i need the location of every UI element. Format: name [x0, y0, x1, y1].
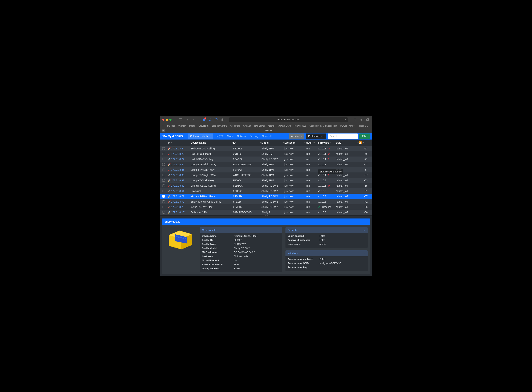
bookmark-item[interactable]: Speedtest by …d Speed Test — [310, 125, 337, 127]
table-row[interactable]: 🚀172.31.8.22Hall RGBW2 Ceiling6EAC72Shel… — [160, 157, 372, 162]
bookmark-item[interactable]: Cloudflare — [231, 125, 240, 127]
th-lastseen[interactable]: LastSeen⇅ — [284, 141, 306, 144]
table-row[interactable]: 🚀172.31.8.34Lounge TV Right 4WayA4CF12F3… — [160, 162, 372, 167]
firmware-update-icon[interactable]: ⟳ — [328, 184, 330, 187]
firmware-update-icon[interactable]: ⟳ — [328, 158, 330, 161]
filter-button[interactable]: Filter — [359, 134, 370, 139]
firmware-update-icon[interactable]: ⟳ — [328, 152, 330, 155]
extension-cube-icon[interactable]: 1 — [202, 118, 206, 121]
ip-link[interactable]: 172.31.8.34 — [171, 163, 184, 166]
bookmark-item[interactable]: Grafana — [243, 125, 251, 127]
ip-link[interactable]: 172.31.8.73 — [171, 205, 184, 208]
row-checkbox[interactable] — [162, 153, 165, 155]
table-row[interactable]: 🚀172.31.8.60Dining RGBW2 Ceiling6ED5CCSh… — [160, 183, 372, 188]
minimize-window-button[interactable] — [166, 119, 168, 121]
new-tab-icon[interactable] — [359, 118, 363, 122]
row-checkbox[interactable] — [162, 174, 165, 176]
table-row[interactable]: 🚀172.31.8.61Unknown6EDF6EShelly RGBW2jus… — [160, 188, 372, 194]
th-ssid[interactable]: SSID⇅ — [336, 141, 359, 144]
security-header[interactable]: Security ⌄ — [286, 227, 368, 233]
row-checkbox[interactable] — [162, 184, 165, 187]
bookmark-item[interactable]: ZeroTier Central — [212, 125, 227, 127]
bookmark-item[interactable]: Traefik — [189, 125, 195, 127]
reload-icon[interactable]: ⟳ — [344, 118, 346, 121]
ip-link[interactable]: 172.31.8.37 — [171, 179, 184, 182]
table-row[interactable]: 🚀172.31.8.72Shelly Island RGBW Ceiling6F… — [160, 199, 372, 204]
ip-link[interactable]: 172.31.8.72 — [171, 200, 184, 203]
url-bar[interactable]: localhost:43813/prefix/ ⟳ — [229, 117, 348, 122]
ip-link[interactable]: 172.31.8.6 — [171, 147, 183, 150]
ip-link[interactable]: 172.31.8.20 — [171, 152, 184, 155]
row-checkbox[interactable] — [162, 195, 165, 198]
row-checkbox[interactable] — [162, 190, 165, 192]
share-icon[interactable] — [353, 118, 357, 122]
bookmark-item[interactable]: Old ⌄ — [372, 125, 372, 127]
bookmark-item[interactable]: eDin Lights — [254, 125, 265, 127]
ip-link[interactable]: 172.31.8.102 — [171, 211, 186, 214]
ip-link[interactable]: 172.31.8.22 — [171, 158, 184, 161]
table-row[interactable]: 🚀172.31.8.73Island RGBW2 Floor6F7F15Shel… — [160, 204, 372, 210]
row-checkbox[interactable] — [162, 147, 165, 150]
th-name[interactable]: Device Name⇅ — [191, 141, 233, 144]
bookmark-item[interactable]: GroveNAS — [198, 125, 208, 127]
browser-tab[interactable]: Shellies — [165, 128, 372, 133]
search-input[interactable] — [328, 134, 358, 139]
panel-resize-handle[interactable]: •••••• — [160, 215, 372, 216]
preferences-button[interactable]: Preferences… — [306, 134, 326, 139]
th-mqtt[interactable]: MQTT⇅ — [306, 141, 318, 144]
firmware-update-icon[interactable]: ⟳ — [328, 174, 330, 177]
column-visibility-button[interactable]: Column visibility — [188, 134, 213, 139]
close-window-button[interactable] — [162, 119, 164, 121]
row-checkbox[interactable] — [162, 211, 165, 214]
bookmark-item[interactable]: Huawei b525 — [294, 125, 306, 127]
extension-shield-icon[interactable] — [208, 118, 212, 121]
tabs-overview-icon[interactable] — [366, 118, 370, 122]
wireless-header[interactable]: Wireless ⌄ — [286, 250, 368, 256]
general-info-header[interactable]: General info ⌄ — [200, 227, 282, 233]
th-firmware[interactable]: Firmware⇅ — [318, 141, 336, 144]
nav-security[interactable]: Security — [248, 134, 260, 139]
th-id[interactable]: ID⇅ — [233, 141, 261, 144]
nav-network[interactable]: Network — [235, 134, 248, 139]
table-row[interactable]: 🚀172.31.8.35Lounge TV Left 4WayF2F942She… — [160, 167, 372, 173]
table-row[interactable]: 🚀172.31.8.20Hall EM Cupboard061F80Shelly… — [160, 151, 372, 157]
row-checkbox[interactable] — [162, 201, 165, 203]
table-row[interactable]: 🚀172.31.8.37Lounge TV Left 6WayF30054She… — [160, 178, 372, 183]
table-row[interactable]: 🚀172.31.8.102Bathroom 1 Fan98F4ABD0C64DS… — [160, 210, 372, 215]
bookmark-item[interactable]: pfSense — [167, 125, 175, 127]
bookmark-item[interactable]: US/CH - Yahoo — [340, 125, 355, 127]
forward-button[interactable] — [191, 118, 195, 122]
nav-cloud[interactable]: Cloud — [225, 134, 235, 139]
row-checkbox[interactable] — [162, 158, 165, 160]
bookmark-item[interactable]: vCenter — [178, 125, 186, 127]
th-model[interactable]: Model⇅ — [261, 141, 284, 144]
row-checkbox[interactable] — [162, 206, 165, 208]
bookmark-item[interactable]: Personal ⌄ — [358, 125, 369, 127]
firmware-update-icon[interactable]: ⟳ — [328, 147, 330, 150]
nav-mqtt[interactable]: MQTT — [215, 134, 225, 139]
table-row[interactable]: 🚀172.31.8.6Bedroom 1PM CeilingF30AA2Shel… — [160, 146, 372, 151]
row-checkbox[interactable] — [162, 179, 165, 182]
ip-link[interactable]: 172.31.8.36 — [171, 174, 184, 177]
table-row[interactable]: 🚀172.31.8.71Kitchen RGBW2 Floor6F849BShe… — [160, 194, 372, 199]
th-signal[interactable]: 📶⇅ — [359, 141, 368, 144]
extension-cloud-icon[interactable] — [214, 118, 218, 121]
ip-link[interactable]: 172.31.8.61 — [171, 190, 184, 192]
ip-link[interactable]: 172.31.8.71 — [171, 195, 184, 198]
apps-grid-icon[interactable] — [162, 125, 164, 127]
bookmark-item[interactable]: VMware ESXi — [278, 125, 291, 127]
nav-show-all[interactable]: Show all — [260, 134, 273, 139]
ip-link[interactable]: 172.31.8.35 — [171, 168, 184, 171]
lastseen-cell: just now — [284, 152, 306, 155]
row-checkbox[interactable] — [162, 163, 165, 166]
row-checkbox[interactable] — [162, 168, 165, 171]
sidebar-toggle-icon[interactable] — [179, 118, 182, 122]
actions-button[interactable]: Actions — [289, 134, 304, 139]
ip-link[interactable]: 172.31.8.60 — [171, 184, 184, 187]
extension-contrast-icon[interactable] — [220, 118, 224, 121]
th-ip[interactable]: IP⇅ — [168, 141, 191, 144]
tab-group-icon[interactable]: G — [162, 129, 165, 132]
bookmark-item[interactable]: ntopng — [268, 125, 274, 127]
maximize-window-button[interactable] — [169, 119, 171, 121]
back-button[interactable] — [186, 118, 190, 122]
